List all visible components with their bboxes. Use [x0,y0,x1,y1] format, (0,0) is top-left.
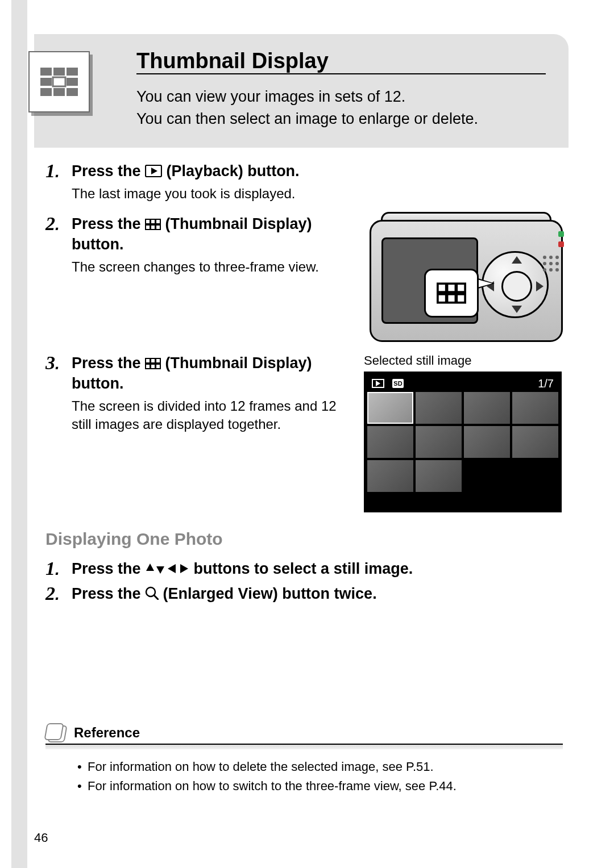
playback-icon [145,165,162,177]
section-intro: You can view your images in sets of 12. … [136,86,546,130]
svg-marker-33 [156,566,164,574]
preview-caption: Selected still image [364,353,563,368]
svg-rect-2 [67,68,78,76]
svg-rect-5 [67,78,78,86]
svg-rect-12 [146,220,150,223]
svg-rect-29 [146,365,150,368]
svg-rect-0 [40,68,52,76]
svg-rect-13 [151,220,155,223]
step-number: 2. [45,584,68,603]
reference-icon [45,723,68,742]
svg-rect-27 [151,359,155,362]
step-heading: Press the buttons to select a still imag… [72,559,555,579]
svg-rect-21 [458,285,464,291]
subsection-title: Displaying One Photo [45,529,563,549]
step-number: 1. [45,559,68,578]
step-heading: Press the (Enlarged View) button twice. [72,584,555,604]
step-heading: Press the (Thumbnail Display) button. [72,353,356,393]
sd-icon: SD [392,379,404,388]
step-number: 2. [45,214,68,233]
svg-marker-35 [180,564,188,573]
step: 2. Press the (Thumbnail Display) button.… [45,214,563,342]
svg-rect-6 [40,88,52,96]
preview-counter: 1/7 [538,377,554,390]
step-number: 3. [45,353,68,373]
section-header: Thumbnail Display You can view your imag… [34,34,569,148]
svg-marker-10 [151,168,157,174]
svg-rect-4 [53,77,65,86]
svg-rect-3 [40,78,52,86]
magnify-icon [145,586,159,600]
svg-rect-26 [146,359,150,362]
step-number: 1. [45,161,68,181]
step-heading: Press the (Thumbnail Display) button. [72,214,356,254]
step-sub: The screen changes to three-frame view. [72,258,356,276]
svg-rect-30 [151,365,155,368]
svg-rect-7 [53,88,65,96]
step-sub: The screen is divided into 12 frames and… [72,397,356,434]
thumbnail-callout-icon [424,269,479,318]
svg-rect-20 [448,285,454,291]
intro-line: You can view your images in sets of 12. [136,86,546,108]
reference-list: For information on how to delete the sel… [77,757,563,796]
step: 1. Press the (Playback) button. The last… [45,161,563,203]
svg-rect-31 [156,365,160,368]
svg-rect-14 [156,220,160,223]
svg-marker-32 [146,564,154,571]
reference-box: Reference For information on how to dele… [45,723,563,796]
thumbnail-badge-icon [28,51,90,112]
play-mode-icon [372,379,384,388]
page-number: 46 [34,831,48,845]
svg-rect-24 [458,295,464,302]
step: 3. Press the (Thumbnail Display) button.… [45,353,563,512]
camera-illustration [364,214,563,342]
svg-marker-34 [168,564,176,573]
reference-item: For information on how to delete the sel… [77,757,563,777]
step-heading: Press the (Playback) button. [72,161,555,181]
svg-line-37 [154,595,158,599]
thumbnail-icon [145,358,161,369]
svg-rect-23 [448,295,454,302]
svg-rect-28 [156,359,160,362]
reference-item: For information on how to switch to the … [77,777,563,796]
svg-rect-16 [151,226,155,229]
intro-line: You can then select an image to enlarge … [136,108,546,130]
svg-rect-1 [53,68,65,76]
directional-buttons-icon [145,562,189,575]
thumbnail-icon [145,219,161,230]
side-tab [11,0,27,868]
svg-rect-19 [439,285,445,291]
svg-rect-17 [156,226,160,229]
step: 2. Press the (Enlarged View) button twic… [45,584,563,604]
svg-rect-22 [439,295,445,302]
reference-title: Reference [74,725,143,741]
step: 1. Press the buttons to select a still i… [45,559,563,579]
step-sub: The last image you took is displayed. [72,185,555,203]
svg-rect-8 [67,88,78,96]
thumbnail-preview: SD 1/7 [364,372,562,512]
section-title: Thumbnail Display [136,44,546,74]
svg-rect-15 [146,226,150,229]
